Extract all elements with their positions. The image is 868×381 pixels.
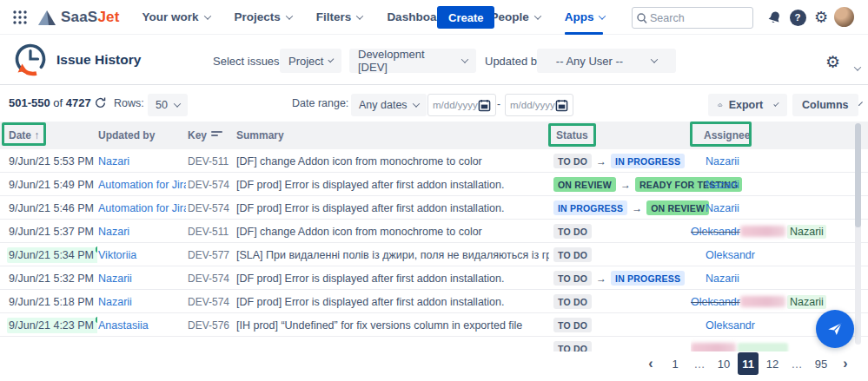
pagination-page-95[interactable]: 95 [811,352,832,375]
send-feedback-fab[interactable] [816,310,854,348]
cell-updated-by: Viktoriia [98,243,186,266]
cell-date: 9/Jun/21 5:49 PM [7,173,97,196]
cell-assignee: Nazarii [691,173,860,196]
calendar-icon[interactable] [478,99,491,112]
assignee-link[interactable]: Oleksandr [691,319,755,332]
column-header-status[interactable]: Status [556,122,588,149]
table-row[interactable]: 9/Jun/21 5:49 PMAutomation for JiraDEV-5… [0,173,868,196]
rows-per-page-dropdown[interactable]: 50 [148,94,188,116]
status-badge: TO DO [553,224,592,239]
column-header-assignee[interactable]: Assignee [704,122,750,149]
pagination-page-11[interactable]: 11 [738,352,759,375]
scrollbar-thumb[interactable] [855,123,861,227]
nav-item-projects[interactable]: Projects [235,0,292,35]
updated-by-link[interactable]: Anastasiia [98,319,149,332]
column-header-summary[interactable]: Summary [236,122,284,149]
calendar-icon[interactable] [555,99,568,112]
date-from-field[interactable] [427,94,496,116]
issue-key[interactable]: DEV-574 [188,202,229,214]
notifications-bell-icon[interactable] [765,8,784,27]
column-header-key[interactable]: Key [188,122,207,149]
app-switcher-icon[interactable] [12,10,28,25]
chevron-down-icon [533,12,540,19]
updated-by-link[interactable]: Automation for Jira [98,179,186,191]
date-value: 9/Jun/21 5:46 PM [7,200,97,216]
updated-by-link[interactable]: Nazari [98,226,129,238]
assignee-old-value[interactable]: Oleksandr [691,296,740,308]
pagination-next[interactable]: › [835,352,856,375]
filter-icon[interactable] [211,131,222,140]
chevron-down-icon[interactable] [849,59,860,75]
table-row[interactable]: 9/Jun/21 5:32 PMNazariiDEV-574[DF prod] … [0,266,868,290]
table-header: Date ↑ Updated by Key Summary Status Ass… [0,122,868,149]
table-row[interactable]: 9/Jun/21 5:37 PMNazariDEV-511[DF] change… [0,220,868,243]
updated-by-link[interactable]: Viktoriia [98,249,136,261]
issue-key[interactable]: DEV-574 [188,296,229,308]
date-to-input[interactable] [510,100,555,110]
nav-item-your-work[interactable]: Your work [142,0,210,35]
chevron-down-icon [356,12,363,19]
nav-item-filters[interactable]: Filters [316,0,363,35]
cell-key: DEV-511 [188,220,235,243]
user-avatar[interactable] [834,7,854,27]
pagination-page-1[interactable]: 1 [665,352,686,375]
assignee-link[interactable]: Nazarii [691,155,739,168]
updated-by-link[interactable]: Nazari [98,155,129,168]
status-badge: TO DO [553,154,592,168]
pagination-page-10[interactable]: 10 [713,352,734,375]
assignee-link[interactable]: Oleksandr [691,249,755,261]
table-row[interactable]: TO DO [0,337,868,351]
table-row[interactable]: 9/Jun/21 5:53 PMNazariDEV-511[DF] change… [0,149,868,173]
assignee-new-value: Nazarii [787,295,826,309]
nav-item-people[interactable]: People [490,0,540,35]
updated-by-link[interactable]: Nazarii [98,296,132,308]
pagination-prev[interactable]: ‹ [640,352,661,375]
issue-key[interactable]: DEV-511 [188,226,229,238]
updated-by-link[interactable]: Nazarii [98,273,132,285]
table-row[interactable]: 9/Jun/21 5:18 PMNazariiDEV-574[DF prod] … [0,290,868,313]
updated-by-dropdown[interactable]: -- Any User -- [537,49,676,73]
select-mode-dropdown[interactable]: Project [280,49,341,73]
date-to-field[interactable] [505,94,573,116]
export-button[interactable]: Export [708,94,787,116]
help-icon[interactable]: ? [788,8,807,27]
assignee-link[interactable]: Nazarii [691,202,739,214]
settings-gear-icon[interactable]: ⚙ [812,8,831,27]
created-indicator-icon [96,317,97,323]
date-from-input[interactable] [433,100,478,110]
page-settings-gear-icon[interactable]: ⚙ [825,52,840,72]
search-box[interactable] [632,7,753,29]
table-row[interactable]: 9/Jun/21 4:23 PMAnastasiiaDEV-576[IH pro… [0,313,868,337]
redacted-blur [740,226,785,237]
create-button[interactable]: Create [437,6,494,29]
assignee-old-value[interactable]: Oleksandr [691,226,740,238]
cell-assignee: Nazarii [691,266,860,290]
pagination-page-12[interactable]: 12 [762,352,783,375]
updated-by-link[interactable]: Automation for Jira [98,202,186,214]
saasjet-logo[interactable]: SaaSJet [36,8,120,27]
cell-status: IN PROGRESS→ON REVIEW [553,196,706,220]
assignee-link[interactable]: Nazarii [691,273,739,285]
project-dropdown[interactable]: Development [DEV] [349,49,476,73]
columns-button[interactable]: Columns [792,94,858,116]
table-row[interactable]: 9/Jun/21 5:46 PMAutomation for JiraDEV-5… [0,196,868,220]
column-header-updated-by[interactable]: Updated by [98,122,155,149]
cell-updated-by: Automation for Jira [98,196,186,220]
column-header-date[interactable]: Date ↑ [9,122,39,149]
issue-key[interactable]: DEV-576 [188,319,229,332]
search-input[interactable] [650,12,741,24]
refresh-icon[interactable] [94,96,107,109]
date-value [7,347,17,351]
issue-key[interactable]: DEV-511 [188,155,229,168]
table-row[interactable]: 9/Jun/21 5:34 PMViktoriiaDEV-577[SLA] Пр… [0,243,868,266]
chevron-down-icon [174,100,181,107]
date-range-label: Date range: [292,97,348,109]
date-range-dropdown[interactable]: Any dates [351,94,427,116]
issue-key[interactable]: DEV-574 [188,273,229,285]
nav-item-apps[interactable]: Apps [565,0,606,35]
assignee-link[interactable]: Nazarii [691,179,739,191]
issue-key[interactable]: DEV-577 [188,249,229,261]
vertical-scrollbar[interactable] [855,123,861,345]
cell-updated-by: Anastasiia [98,313,186,337]
issue-key[interactable]: DEV-574 [188,179,229,191]
